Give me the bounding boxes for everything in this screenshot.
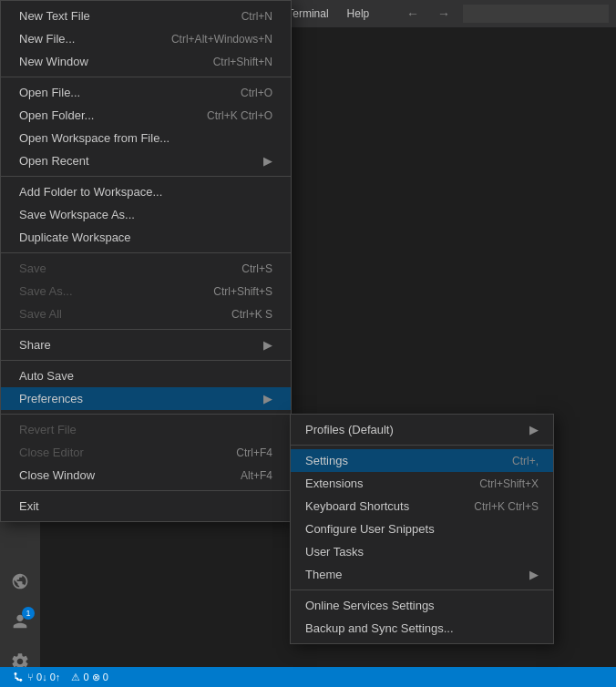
duplicate-workspace-item[interactable]: Duplicate Workspace [1, 226, 291, 249]
user-tasks-item[interactable]: User Tasks [291, 540, 553, 563]
problems-status[interactable]: ⚠ 0 ⊗ 0 [66, 672, 113, 683]
accounts-activity-icon[interactable]: 1 [2, 603, 38, 640]
remote-activity-icon[interactable] [2, 563, 38, 600]
extensions-item[interactable]: Extensions Ctrl+Shift+X [291, 472, 553, 495]
open-workspace-item[interactable]: Open Workspace from File... [1, 127, 291, 149]
pref-separator-1 [291, 445, 553, 446]
save-workspace-item[interactable]: Save Workspace As... [1, 203, 291, 226]
close-window-item[interactable]: Close Window Alt+F4 [1, 464, 291, 487]
preferences-arrow: ▶ [263, 392, 272, 405]
open-recent-item[interactable]: Open Recent ▶ [1, 149, 291, 172]
exit-item[interactable]: Exit [1, 495, 291, 518]
share-arrow: ▶ [263, 338, 272, 352]
new-text-file-item[interactable]: New Text File Ctrl+N [1, 5, 291, 27]
online-services-item[interactable]: Online Services Settings [291, 594, 553, 617]
git-branch-label: ⑂ 0↓ 0↑ [27, 672, 60, 682]
titlebar-nav: ← → [401, 5, 609, 23]
theme-arrow: ▶ [529, 568, 539, 581]
nav-back-button[interactable]: ← [401, 5, 425, 23]
save-item: Save Ctrl+S [1, 257, 291, 280]
file-menu-dropdown: New Text File Ctrl+N New File... Ctrl+Al… [0, 0, 292, 522]
separator-5 [1, 360, 291, 361]
open-recent-arrow: ▶ [263, 154, 272, 168]
separator-2 [1, 176, 291, 177]
auto-save-item[interactable]: Auto Save [1, 364, 291, 387]
search-input[interactable] [463, 5, 609, 23]
accounts-badge: 1 [22, 607, 35, 620]
configure-snippets-item[interactable]: Configure User Snippets [291, 518, 553, 540]
share-item[interactable]: Share ▶ [1, 333, 291, 356]
separator-1 [1, 77, 291, 77]
status-bar: ⑂ 0↓ 0↑ ⚠ 0 ⊗ 0 [0, 667, 616, 687]
separator-6 [1, 414, 291, 415]
profiles-item[interactable]: Profiles (Default) ▶ [291, 418, 553, 441]
settings-item[interactable]: Settings Ctrl+, [291, 449, 553, 472]
profiles-arrow: ▶ [529, 423, 539, 436]
keyboard-shortcuts-item[interactable]: Keyboard Shortcuts Ctrl+K Ctrl+S [291, 495, 553, 518]
help-menu-item[interactable]: Help [338, 4, 379, 24]
new-window-item[interactable]: New Window Ctrl+Shift+N [1, 50, 291, 73]
separator-7 [1, 490, 291, 491]
theme-item[interactable]: Theme ▶ [291, 563, 553, 586]
separator-4 [1, 329, 291, 330]
new-file-item[interactable]: New File... Ctrl+Alt+Windows+N [1, 27, 291, 50]
revert-file-item: Revert File [1, 418, 291, 441]
preferences-item[interactable]: Preferences ▶ [1, 387, 291, 410]
backup-sync-item[interactable]: Backup and Sync Settings... [291, 617, 553, 640]
pref-separator-2 [291, 590, 553, 590]
save-all-item: Save All Ctrl+K S [1, 302, 291, 325]
source-control-status[interactable]: ⑂ 0↓ 0↑ [7, 672, 66, 682]
separator-3 [1, 252, 291, 253]
nav-forward-button[interactable]: → [432, 5, 456, 23]
close-editor-item: Close Editor Ctrl+F4 [1, 441, 291, 464]
add-folder-item[interactable]: Add Folder to Workspace... [1, 180, 291, 203]
problems-label: ⚠ 0 ⊗ 0 [71, 672, 108, 683]
save-as-item: Save As... Ctrl+Shift+S [1, 280, 291, 302]
open-file-item[interactable]: Open File... Ctrl+O [1, 81, 291, 104]
preferences-submenu: Profiles (Default) ▶ Settings Ctrl+, Ext… [290, 414, 554, 644]
open-folder-item[interactable]: Open Folder... Ctrl+K Ctrl+O [1, 104, 291, 127]
